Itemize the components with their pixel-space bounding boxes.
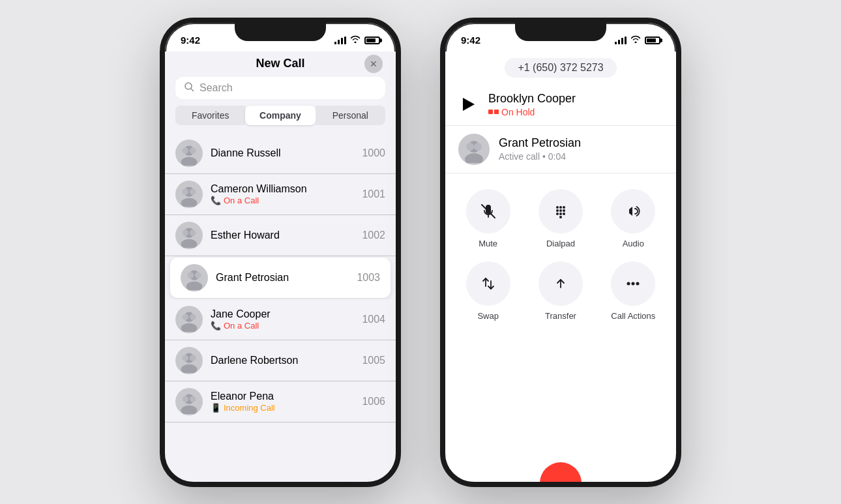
svg-point-24 bbox=[190, 355, 196, 361]
contact-list: Dianne Russell 1000 Cameron Williamson bbox=[165, 133, 396, 422]
svg-point-35 bbox=[556, 206, 559, 209]
end-call-button[interactable] bbox=[540, 462, 582, 487]
contact-info: Esther Howard bbox=[211, 230, 354, 241]
svg-point-23 bbox=[183, 355, 189, 361]
notch-2 bbox=[515, 23, 606, 41]
svg-point-7 bbox=[183, 188, 189, 195]
avatar bbox=[175, 306, 203, 333]
call-entry-active[interactable]: Grant Petrosian Active call • 0:04 bbox=[445, 126, 676, 173]
contact-item-selected[interactable]: Grant Petrosian 1003 bbox=[170, 258, 391, 298]
svg-point-2 bbox=[181, 156, 198, 165]
contact-ext: 1003 bbox=[357, 272, 380, 284]
contact-name: Grant Petrosian bbox=[216, 272, 349, 284]
svg-point-12 bbox=[190, 230, 196, 236]
svg-point-38 bbox=[556, 209, 559, 212]
contact-ext: 1001 bbox=[362, 188, 385, 200]
play-triangle-icon bbox=[463, 98, 475, 111]
new-call-title: New Call bbox=[256, 57, 304, 70]
svg-point-10 bbox=[181, 239, 198, 247]
contact-status: 📞 On a Call bbox=[211, 321, 354, 331]
contact-name: Dianne Russell bbox=[211, 147, 354, 159]
contact-info: Dianne Russell bbox=[211, 147, 354, 159]
notch-1 bbox=[235, 23, 326, 41]
active-call-status: Active call • 0:04 bbox=[499, 151, 663, 162]
battery-icon-2 bbox=[645, 37, 660, 44]
svg-point-19 bbox=[183, 314, 189, 320]
svg-point-22 bbox=[181, 364, 198, 372]
svg-point-18 bbox=[181, 323, 198, 331]
avatar bbox=[175, 347, 203, 374]
play-button[interactable] bbox=[458, 94, 479, 115]
svg-point-45 bbox=[627, 282, 630, 285]
avatar bbox=[175, 388, 203, 415]
svg-point-44 bbox=[559, 216, 562, 218]
phone-2: 9:42 +1 (650) 372 5273 bbox=[440, 18, 681, 487]
contact-item[interactable]: Dianne Russell 1000 bbox=[165, 133, 396, 174]
dialpad-action[interactable]: Dialpad bbox=[531, 189, 590, 248]
contact-item[interactable]: Darlene Robertson 1005 bbox=[165, 340, 396, 381]
avatar bbox=[175, 222, 203, 249]
wifi-icon-2 bbox=[630, 35, 641, 45]
search-placeholder: Search bbox=[199, 82, 233, 94]
contact-status: 📱 Incoming Call bbox=[211, 403, 354, 413]
active-call-name: Grant Petrosian bbox=[499, 136, 663, 150]
svg-point-32 bbox=[474, 143, 482, 151]
contact-item[interactable]: Cameron Williamson 📞 On a Call 1001 bbox=[165, 174, 396, 215]
svg-point-26 bbox=[181, 405, 198, 413]
phone-1: 9:42 New Call ✕ bbox=[160, 18, 401, 487]
incoming-icon: 📱 bbox=[211, 403, 221, 413]
status-time-2: 9:42 bbox=[461, 35, 480, 46]
contact-ext: 1002 bbox=[362, 230, 385, 241]
svg-point-6 bbox=[181, 198, 198, 206]
contact-info: Grant Petrosian bbox=[216, 272, 349, 284]
signal-icon-2 bbox=[615, 37, 627, 44]
contact-ext: 1005 bbox=[362, 355, 385, 366]
search-box[interactable]: Search bbox=[175, 77, 385, 99]
svg-point-39 bbox=[559, 209, 562, 212]
contact-info: Darlene Robertson bbox=[211, 355, 354, 366]
call-entry-hold[interactable]: Brooklyn Cooper On Hold bbox=[445, 84, 676, 126]
phone-number: +1 (650) 372 5273 bbox=[505, 58, 616, 78]
contact-name: Cameron Williamson bbox=[211, 183, 354, 195]
contact-name: Darlene Robertson bbox=[211, 355, 354, 366]
audio-button-circle bbox=[611, 189, 655, 233]
svg-point-20 bbox=[190, 314, 196, 320]
call-actions-button-circle bbox=[611, 261, 655, 306]
hold-indicator bbox=[488, 110, 499, 114]
svg-point-8 bbox=[190, 188, 196, 195]
audio-action[interactable]: Audio bbox=[604, 189, 663, 248]
tab-company[interactable]: Company bbox=[245, 106, 315, 125]
active-label: Active call • 0:04 bbox=[499, 151, 566, 162]
contact-ext: 1000 bbox=[362, 147, 385, 159]
contact-item[interactable]: Jane Cooper 📞 On a Call 1004 bbox=[165, 299, 396, 340]
svg-point-31 bbox=[466, 143, 474, 151]
mute-button-circle bbox=[466, 189, 510, 233]
call-actions-action[interactable]: Call Actions bbox=[604, 261, 663, 321]
close-button[interactable]: ✕ bbox=[364, 55, 383, 73]
svg-point-15 bbox=[188, 272, 194, 278]
end-call-area bbox=[445, 456, 676, 487]
svg-point-30 bbox=[465, 153, 483, 163]
hold-label: On Hold bbox=[501, 107, 535, 117]
contact-item[interactable]: Esther Howard 1002 bbox=[165, 215, 396, 256]
svg-point-28 bbox=[190, 396, 196, 402]
svg-point-27 bbox=[183, 396, 189, 402]
phone-2-screen: +1 (650) 372 5273 Brooklyn Cooper On Hol… bbox=[445, 52, 676, 487]
contact-name: Eleanor Pena bbox=[211, 391, 354, 402]
svg-point-11 bbox=[183, 230, 189, 236]
contact-info: Eleanor Pena 📱 Incoming Call bbox=[211, 391, 354, 413]
swap-action[interactable]: Swap bbox=[458, 261, 518, 321]
action-grid: Mute bbox=[445, 173, 676, 327]
avatar bbox=[181, 264, 208, 291]
on-hold-contact-info: Brooklyn Cooper On Hold bbox=[488, 92, 663, 117]
status-icons-2 bbox=[615, 35, 660, 45]
status-time-1: 9:42 bbox=[181, 35, 200, 46]
tab-personal[interactable]: Personal bbox=[316, 106, 385, 125]
swap-label: Swap bbox=[477, 311, 499, 321]
mute-action[interactable]: Mute bbox=[458, 189, 518, 248]
tab-favorites[interactable]: Favorites bbox=[175, 106, 245, 125]
contact-item[interactable]: Eleanor Pena 📱 Incoming Call 1006 bbox=[165, 381, 396, 422]
transfer-action[interactable]: Transfer bbox=[531, 261, 590, 321]
tabs-container: Favorites Company Personal bbox=[165, 106, 396, 133]
hold-square-icon bbox=[488, 110, 493, 114]
